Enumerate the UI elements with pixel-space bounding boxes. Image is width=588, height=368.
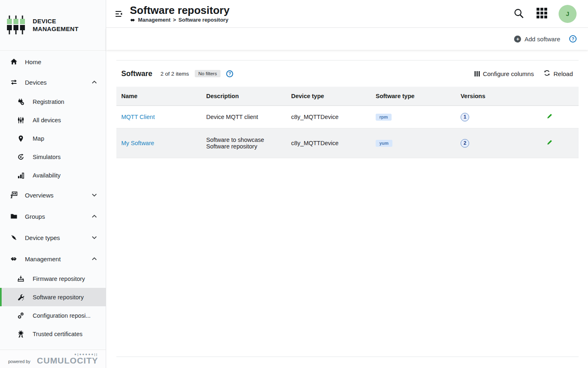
simulators-icon (17, 153, 25, 161)
page-header: Software repository Management > Softwar… (106, 0, 588, 28)
columns-icon (474, 71, 480, 76)
table-row: MQTT Client Device MQTT client c8y_MQTTD… (116, 106, 579, 128)
content-area: Software 2 of 2 items No filters ? Confi… (106, 50, 588, 368)
header-actions: J (512, 5, 577, 23)
app-switcher-button[interactable] (536, 7, 548, 20)
app-switcher-grid-icon (537, 8, 547, 20)
column-header-software-type[interactable]: Software type (376, 93, 461, 99)
breadcrumb-separator: > (173, 17, 176, 23)
software-description: Software to showcase Software repository (206, 137, 291, 150)
sidebar-item-firmware-repository[interactable]: Firmware repository (0, 269, 106, 288)
sidebar-item-map[interactable]: Map (0, 129, 106, 148)
cumulocity-brand: ●|●●●●●|| CUMULOCITY (37, 353, 98, 365)
sidebar-item-overviews[interactable]: Overviews (0, 184, 106, 206)
edit-pencil-icon (546, 139, 552, 147)
list-title: Software (121, 70, 152, 78)
list-toolbar: Software 2 of 2 items No filters ? Confi… (116, 61, 579, 87)
edit-button[interactable] (545, 112, 553, 122)
software-device-type: c8y_MQTTDevice (291, 140, 376, 146)
versions-count-badge[interactable]: 2 (461, 139, 469, 148)
home-icon (10, 58, 18, 65)
software-device-type: c8y_MQTTDevice (291, 114, 376, 120)
software-table: Name Description Device type Software ty… (116, 87, 579, 158)
sidebar-item-software-repository[interactable]: Software repository (0, 288, 106, 306)
chevron-up-icon (92, 81, 97, 84)
sidebar-item-groups[interactable]: Groups (0, 206, 106, 227)
no-filters-chip[interactable]: No filters (195, 70, 220, 77)
title-block: Software repository Management > Softwar… (130, 4, 229, 23)
sidebar-item-configuration-repository[interactable]: Configuration reposi... (0, 306, 106, 325)
chevron-down-icon (92, 236, 97, 239)
sidebar-item-management[interactable]: Management (0, 248, 106, 269)
device-types-icon (10, 234, 18, 241)
sidebar-item-simulators[interactable]: Simulators (0, 148, 106, 166)
software-description: Device MQTT client (206, 114, 291, 120)
chevron-down-icon (92, 193, 97, 197)
versions-count-badge[interactable]: 1 (461, 113, 469, 121)
edit-button[interactable] (545, 139, 553, 148)
add-software-button[interactable]: + Add software (514, 36, 560, 43)
sidebar-item-device-credentials[interactable]: Device credentials (0, 343, 106, 350)
powered-by-label: powered by (8, 354, 30, 364)
devices-icon (10, 79, 18, 86)
help-icon[interactable]: ? (226, 70, 233, 77)
column-header-description[interactable]: Description (206, 93, 291, 99)
sidebar-item-all-devices[interactable]: All devices (0, 111, 106, 129)
overviews-icon (10, 191, 18, 199)
list-toolbar-actions: Configure columns Reload (474, 70, 573, 78)
cumulocity-wordmark: CUMULOCITY (37, 356, 98, 365)
configure-columns-button[interactable]: Configure columns (474, 70, 534, 77)
breadcrumb-page: Software repository (178, 17, 228, 23)
table-header-row: Name Description Device type Software ty… (116, 87, 579, 106)
sidebar-item-devices[interactable]: Devices (0, 72, 106, 92)
sidebar: DEVICE MANAGEMENT Home Devices Registrat… (0, 0, 106, 368)
table-row: My Software Software to showcase Softwar… (116, 128, 579, 158)
software-name-link[interactable]: My Software (121, 140, 154, 146)
software-type-badge: yum (376, 140, 392, 147)
software-list-card: Software 2 of 2 items No filters ? Confi… (116, 60, 579, 357)
breadcrumb: Management > Software repository (130, 17, 229, 23)
column-header-name[interactable]: Name (121, 93, 206, 99)
sidebar-nav: Home Devices Registration All devices Ma… (0, 51, 106, 350)
app-logo-text: DEVICE MANAGEMENT (33, 18, 78, 33)
help-icon[interactable]: ? (569, 35, 577, 43)
handshake-icon (10, 255, 18, 263)
sidebar-item-registration[interactable]: Registration (0, 92, 106, 111)
software-type-badge: rpm (376, 114, 392, 121)
search-icon (513, 8, 524, 20)
availability-bars-icon (17, 172, 25, 179)
sidebar-item-home[interactable]: Home (0, 52, 106, 72)
all-devices-icon (17, 117, 25, 124)
chevron-up-icon (92, 257, 97, 260)
certificate-rosette-icon (17, 330, 25, 338)
firmware-download-icon (17, 275, 25, 283)
app-logo[interactable]: DEVICE MANAGEMENT (0, 0, 106, 51)
sidebar-item-device-types[interactable]: Device types (0, 227, 106, 248)
main-area: Software repository Management > Softwar… (106, 0, 588, 368)
breadcrumb-section[interactable]: Management (138, 17, 170, 23)
action-bar: + Add software ? (106, 28, 588, 50)
column-header-device-type[interactable]: Device type (291, 93, 376, 99)
sidebar-footer: powered by ●|●●●●●|| CUMULOCITY (0, 350, 106, 368)
chevron-up-icon (92, 215, 97, 218)
folder-icon (10, 213, 18, 220)
sidebar-item-trusted-certificates[interactable]: Trusted certificates (0, 325, 106, 343)
collapse-navigator-icon[interactable] (113, 8, 125, 20)
sidebar-item-availability[interactable]: Availability (0, 166, 106, 184)
device-management-logo-icon (6, 14, 27, 37)
reload-button[interactable]: Reload (543, 70, 573, 78)
search-button[interactable] (512, 7, 525, 21)
plus-icon: + (514, 36, 521, 43)
page-title: Software repository (130, 4, 229, 16)
list-count: 2 of 2 items (160, 71, 189, 77)
registration-icon (17, 98, 25, 105)
app-root: DEVICE MANAGEMENT Home Devices Registrat… (0, 0, 588, 368)
column-header-versions[interactable]: Versions (461, 93, 531, 99)
wrench-icon (17, 294, 25, 301)
handshake-icon (130, 17, 136, 23)
gears-icon (17, 312, 25, 319)
map-pin-icon (17, 135, 25, 142)
software-name-link[interactable]: MQTT Client (121, 114, 155, 120)
reload-icon (543, 70, 550, 78)
user-avatar[interactable]: J (559, 5, 577, 23)
